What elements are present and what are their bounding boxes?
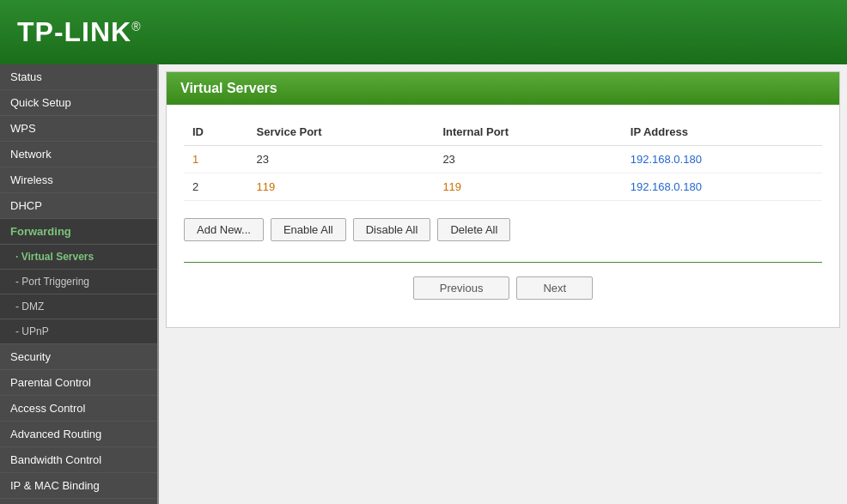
action-buttons: Add New... Enable All Disable All Delete… <box>184 215 822 255</box>
row2-internal-port: 119 <box>434 173 621 201</box>
sidebar-item-bandwidth-control[interactable]: Bandwidth Control <box>0 447 157 473</box>
sidebar-item-ip-mac-binding[interactable]: IP & MAC Binding <box>0 473 157 499</box>
sidebar-item-network[interactable]: Network <box>0 142 157 167</box>
table-area: ID Service Port Internal Port IP Address… <box>167 105 839 327</box>
sidebar-item-wireless[interactable]: Wireless <box>0 167 157 193</box>
sidebar-item-status[interactable]: Status <box>0 64 157 90</box>
row1-internal-port: 23 <box>434 146 621 173</box>
pagination-row: Previous Next <box>184 270 822 313</box>
sidebar-item-security[interactable]: Security <box>0 344 157 370</box>
page-title-bar: Virtual Servers <box>167 72 839 105</box>
sidebar-item-port-triggering[interactable]: - Port Triggering <box>0 270 157 295</box>
add-new-button[interactable]: Add New... <box>184 218 264 241</box>
row1-id: 1 <box>184 146 248 173</box>
sidebar-item-dynamic-dns[interactable]: Dynamic DNS <box>0 499 157 504</box>
header: TP-LINK® <box>0 0 847 64</box>
sidebar-item-advanced-routing[interactable]: Advanced Routing <box>0 422 157 447</box>
virtual-servers-table: ID Service Port Internal Port IP Address… <box>184 118 822 201</box>
sidebar-item-dhcp[interactable]: DHCP <box>0 193 157 219</box>
previous-button[interactable]: Previous <box>413 276 510 300</box>
content-area: Virtual Servers ID Service Port Internal… <box>157 64 847 504</box>
main-container: Status Quick Setup WPS Network Wireless … <box>0 64 847 504</box>
divider <box>184 262 822 263</box>
row1-ip-address: 192.168.0.180 <box>622 146 822 173</box>
sidebar-item-parental-control[interactable]: Parental Control <box>0 370 157 396</box>
sidebar-item-upnp[interactable]: - UPnP <box>0 319 157 344</box>
sidebar-item-access-control[interactable]: Access Control <box>0 396 157 422</box>
row2-ip-address: 192.168.0.180 <box>622 173 822 201</box>
row2-id: 2 <box>184 173 248 201</box>
row1-service-port: 23 <box>248 146 435 173</box>
table-row: 1 23 23 192.168.0.180 <box>184 146 822 173</box>
logo: TP-LINK® <box>17 16 142 48</box>
enable-all-button[interactable]: Enable All <box>271 218 346 241</box>
col-service-port: Service Port <box>248 118 435 146</box>
sidebar-item-quick-setup[interactable]: Quick Setup <box>0 90 157 116</box>
col-internal-port: Internal Port <box>434 118 621 146</box>
sidebar-item-virtual-servers[interactable]: · Virtual Servers <box>0 245 157 270</box>
sidebar-item-wps[interactable]: WPS <box>0 116 157 142</box>
sidebar-item-dmz[interactable]: - DMZ <box>0 295 157 319</box>
sidebar-item-forwarding[interactable]: Forwarding <box>0 219 157 245</box>
next-button[interactable]: Next <box>516 276 593 300</box>
delete-all-button[interactable]: Delete All <box>437 218 510 241</box>
table-row: 2 119 119 192.168.0.180 <box>184 173 822 201</box>
page-title: Virtual Servers <box>180 81 826 96</box>
row2-service-port: 119 <box>248 173 435 201</box>
content-inner: Virtual Servers ID Service Port Internal… <box>166 71 840 328</box>
col-ip-address: IP Address <box>622 118 822 146</box>
disable-all-button[interactable]: Disable All <box>353 218 431 241</box>
sidebar: Status Quick Setup WPS Network Wireless … <box>0 64 157 504</box>
col-id: ID <box>184 118 248 146</box>
